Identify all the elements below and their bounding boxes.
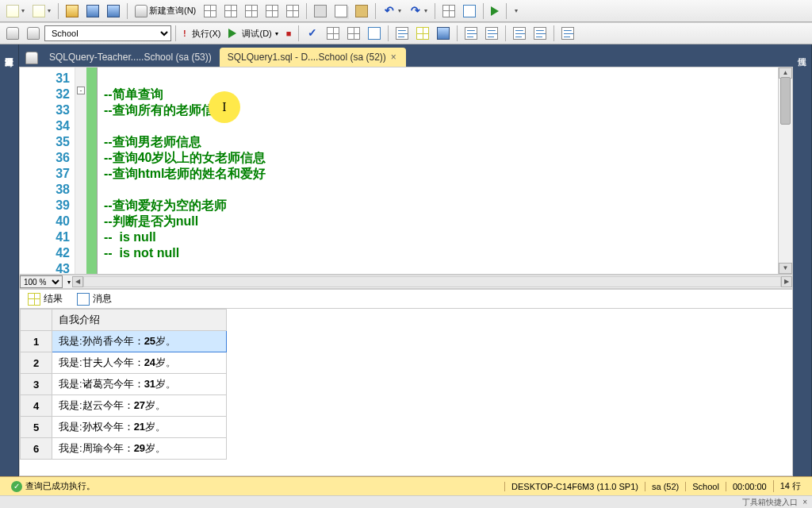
- tb-btn-6[interactable]: [221, 2, 240, 20]
- text-results-icon: [396, 27, 408, 40]
- code-line: [104, 118, 772, 134]
- tb-btn-8[interactable]: [262, 2, 282, 20]
- execute-button[interactable]: ! 执行(X): [180, 25, 224, 42]
- code-line: --查询男老师信息: [104, 134, 772, 150]
- debug-play-icon: [228, 29, 236, 38]
- code-area[interactable]: I --简单查询--查询所有的老师信息--查询男老师信息--查询40岁以上的女老…: [98, 67, 778, 274]
- result-cell[interactable]: 我是:孙权今年：21岁。: [52, 417, 227, 438]
- paste-icon: [355, 5, 368, 17]
- scroll-thumb[interactable]: [780, 77, 791, 125]
- fold-toggle[interactable]: -: [77, 87, 85, 94]
- editor-horizontal-scrollbar[interactable]: [83, 276, 781, 287]
- result-cell[interactable]: 我是:诸葛亮今年：31岁。: [52, 374, 227, 395]
- tb-btn-9[interactable]: [283, 2, 302, 20]
- sql-file-icon: [25, 52, 38, 64]
- open-button[interactable]: [63, 2, 82, 20]
- grid-results-icon: [416, 27, 429, 40]
- add-item-button[interactable]: [29, 2, 54, 20]
- tb-btn-16[interactable]: [460, 2, 479, 20]
- row-header[interactable]: 2: [21, 352, 52, 374]
- row-header[interactable]: 6: [21, 438, 52, 460]
- folder-open-icon: [66, 5, 79, 17]
- tb-btn-15[interactable]: [439, 2, 458, 20]
- uncomment-button[interactable]: [482, 25, 501, 42]
- results-grid[interactable]: 自我介绍 1我是:孙尚香今年：25岁。2我是:甘夫人今年：24岁。3我是:诸葛亮…: [20, 309, 792, 475]
- options-button[interactable]: [344, 25, 363, 42]
- specify-values-button[interactable]: [558, 25, 577, 42]
- query-icon: [224, 5, 237, 17]
- row-header[interactable]: 1: [21, 331, 52, 352]
- row-header[interactable]: 3: [21, 374, 52, 395]
- tab-inactive[interactable]: SQLQuery-Teacher.....School (sa (53)): [41, 48, 220, 67]
- properties-panel[interactable]: 属性: [793, 44, 812, 489]
- footer-close-icon[interactable]: ×: [802, 498, 807, 506]
- column-header[interactable]: 自我介绍: [52, 310, 227, 331]
- toolbox-shortcut-label[interactable]: 丁具箱快捷入口: [742, 497, 798, 508]
- start-button[interactable]: [488, 2, 502, 20]
- indent-button[interactable]: [510, 25, 529, 42]
- view-icon: [245, 5, 258, 17]
- result-cell[interactable]: 我是:甘夫人今年：24岁。: [52, 352, 227, 374]
- debug-button[interactable]: 调试(D)▾: [225, 25, 281, 42]
- connect-button[interactable]: [3, 25, 22, 42]
- status-database: School: [685, 482, 726, 491]
- main-toolbar-1: 新建查询(N) ↶ ↷: [0, 0, 812, 22]
- result-cell[interactable]: 我是:孙尚香今年：25岁。: [52, 331, 227, 352]
- comment-button[interactable]: [462, 25, 481, 42]
- result-cell[interactable]: 我是:周瑜今年：29岁。: [52, 438, 227, 460]
- results-grid-button[interactable]: [413, 25, 432, 42]
- intellisense-button[interactable]: [365, 25, 384, 42]
- results-file-button[interactable]: [434, 25, 453, 42]
- tb-btn-5[interactable]: [201, 2, 220, 20]
- result-cell[interactable]: 我是:赵云今年：27岁。: [52, 395, 227, 417]
- stop-icon: ■: [286, 29, 292, 38]
- messages-tab[interactable]: 消息: [74, 291, 115, 307]
- object-explorer-panel[interactable]: 对象资源管理器: [0, 44, 19, 489]
- tab-active[interactable]: SQLQuery1.sql - D....School (sa (52))×: [220, 48, 406, 67]
- check-icon: ✓: [306, 27, 319, 40]
- new-icon: [6, 5, 19, 17]
- zoom-selector[interactable]: 100 %: [20, 275, 63, 288]
- new-project-button[interactable]: [3, 2, 28, 20]
- debug-label: 调试(D): [242, 28, 271, 40]
- results-tab-label: 结果: [44, 292, 63, 306]
- results-tab[interactable]: 结果: [25, 291, 66, 307]
- code-line: [104, 182, 772, 198]
- parse-button[interactable]: ✓: [303, 25, 322, 42]
- tb-btn-7[interactable]: [242, 2, 261, 20]
- redo-icon: ↷: [409, 5, 422, 17]
- tab-header-icon[interactable]: [22, 49, 41, 67]
- save-icon: [86, 5, 99, 17]
- save-button[interactable]: [83, 2, 102, 20]
- hscroll-right-arrow[interactable]: ▶: [781, 276, 792, 287]
- undo-button[interactable]: ↶: [380, 2, 404, 20]
- editor-status-bar: 100 % ▾ ◀ ▶: [19, 275, 793, 289]
- tab-close-icon[interactable]: ×: [389, 52, 398, 63]
- new-query-button[interactable]: 新建查询(N): [132, 2, 199, 20]
- outdent-icon: [534, 27, 546, 40]
- config-button[interactable]: [511, 2, 521, 20]
- cut-button[interactable]: [311, 2, 330, 20]
- paste-button[interactable]: [352, 2, 371, 20]
- text-cursor-icon: I: [222, 100, 226, 114]
- redo-button[interactable]: ↷: [406, 2, 431, 20]
- scroll-down-arrow[interactable]: ▼: [779, 263, 792, 274]
- cancel-query-button[interactable]: ■: [283, 25, 295, 42]
- row-header[interactable]: 4: [21, 395, 52, 417]
- success-icon: ✓: [11, 481, 22, 492]
- table-icon: [204, 5, 216, 17]
- database-selector[interactable]: School: [44, 25, 171, 41]
- plan-button[interactable]: [324, 25, 343, 42]
- editor-vertical-scrollbar[interactable]: ▲ ▼: [778, 67, 792, 274]
- save-all-button[interactable]: [104, 2, 123, 20]
- tab-label: SQLQuery-Teacher.....School (sa (53)): [49, 52, 212, 63]
- copy-button[interactable]: [331, 2, 350, 20]
- change-connection-button[interactable]: [24, 25, 43, 42]
- outdent-button[interactable]: [530, 25, 550, 42]
- row-header[interactable]: 5: [21, 417, 52, 438]
- new-query-label: 新建查询(N): [149, 5, 196, 17]
- results-text-button[interactable]: [393, 25, 412, 42]
- corner-header: [21, 310, 52, 331]
- status-user: sa (52): [645, 482, 685, 491]
- hscroll-left-arrow[interactable]: ◀: [72, 276, 83, 287]
